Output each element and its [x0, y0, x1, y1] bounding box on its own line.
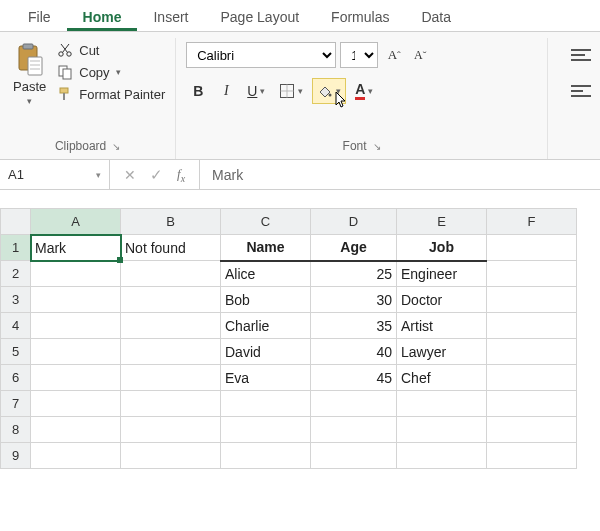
cell-B5[interactable]: [121, 339, 221, 365]
border-button[interactable]: ▾: [274, 78, 308, 104]
row-header-5[interactable]: 5: [1, 339, 31, 365]
cancel-formula-button[interactable]: ✕: [124, 167, 136, 183]
tab-formulas[interactable]: Formulas: [315, 5, 405, 31]
cell-F7[interactable]: [487, 391, 577, 417]
cell-A6[interactable]: [31, 365, 121, 391]
cut-button[interactable]: Cut: [57, 42, 165, 58]
col-header-B[interactable]: B: [121, 209, 221, 235]
cell-F1[interactable]: [487, 235, 577, 261]
fill-color-button[interactable]: ▾: [312, 78, 346, 104]
align-top-button[interactable]: [566, 42, 596, 68]
row-header-2[interactable]: 2: [1, 261, 31, 287]
cell-D3[interactable]: 30: [311, 287, 397, 313]
cell-B2[interactable]: [121, 261, 221, 287]
cell-E7[interactable]: [397, 391, 487, 417]
cell-F2[interactable]: [487, 261, 577, 287]
cell-C1[interactable]: Name: [221, 235, 311, 261]
cell-F9[interactable]: [487, 443, 577, 469]
copy-button[interactable]: Copy ▾: [57, 64, 165, 80]
cell-E8[interactable]: [397, 417, 487, 443]
bold-button[interactable]: B: [186, 78, 210, 104]
cell-B7[interactable]: [121, 391, 221, 417]
align-left-button[interactable]: [566, 78, 596, 104]
cell-A1[interactable]: Mark: [31, 235, 121, 261]
row-header-7[interactable]: 7: [1, 391, 31, 417]
col-header-E[interactable]: E: [397, 209, 487, 235]
cell-E5[interactable]: Lawyer: [397, 339, 487, 365]
cell-D1[interactable]: Age: [311, 235, 397, 261]
name-box[interactable]: A1 ▾: [0, 160, 110, 189]
cell-E9[interactable]: [397, 443, 487, 469]
col-header-D[interactable]: D: [311, 209, 397, 235]
cell-E6[interactable]: Chef: [397, 365, 487, 391]
cell-B9[interactable]: [121, 443, 221, 469]
fx-icon[interactable]: fx: [177, 166, 185, 184]
col-header-C[interactable]: C: [221, 209, 311, 235]
select-all-corner[interactable]: [1, 209, 31, 235]
cell-A7[interactable]: [31, 391, 121, 417]
cell-A2[interactable]: [31, 261, 121, 287]
tab-file[interactable]: File: [12, 5, 67, 31]
dialog-launcher-icon[interactable]: ↘: [112, 141, 120, 152]
cell-A4[interactable]: [31, 313, 121, 339]
cell-B4[interactable]: [121, 313, 221, 339]
paste-button[interactable]: Paste ▾: [10, 38, 49, 111]
cell-A3[interactable]: [31, 287, 121, 313]
cell-F5[interactable]: [487, 339, 577, 365]
col-header-F[interactable]: F: [487, 209, 577, 235]
cell-E4[interactable]: Artist: [397, 313, 487, 339]
dialog-launcher-icon[interactable]: ↘: [373, 141, 381, 152]
cell-B3[interactable]: [121, 287, 221, 313]
formula-input[interactable]: Mark: [200, 167, 255, 183]
cell-B8[interactable]: [121, 417, 221, 443]
decrease-font-button[interactable]: Aˇ: [408, 42, 432, 68]
cell-C2[interactable]: Alice: [221, 261, 311, 287]
cell-B6[interactable]: [121, 365, 221, 391]
cell-B1[interactable]: Not found: [121, 235, 221, 261]
format-painter-button[interactable]: Format Painter: [57, 86, 165, 102]
row-header-9[interactable]: 9: [1, 443, 31, 469]
confirm-formula-button[interactable]: ✓: [150, 166, 163, 184]
row-header-3[interactable]: 3: [1, 287, 31, 313]
cell-E2[interactable]: Engineer: [397, 261, 487, 287]
cell-D9[interactable]: [311, 443, 397, 469]
cell-E3[interactable]: Doctor: [397, 287, 487, 313]
tab-insert[interactable]: Insert: [137, 5, 204, 31]
row-header-1[interactable]: 1: [1, 235, 31, 261]
cell-C8[interactable]: [221, 417, 311, 443]
cell-F4[interactable]: [487, 313, 577, 339]
cell-D8[interactable]: [311, 417, 397, 443]
cell-E1[interactable]: Job: [397, 235, 487, 261]
tab-home[interactable]: Home: [67, 5, 138, 31]
underline-button[interactable]: U▾: [242, 78, 270, 104]
increase-font-button[interactable]: Aˆ: [382, 42, 406, 68]
cell-F6[interactable]: [487, 365, 577, 391]
cell-A9[interactable]: [31, 443, 121, 469]
cell-F8[interactable]: [487, 417, 577, 443]
cell-A8[interactable]: [31, 417, 121, 443]
cell-D6[interactable]: 45: [311, 365, 397, 391]
row-header-6[interactable]: 6: [1, 365, 31, 391]
row-header-4[interactable]: 4: [1, 313, 31, 339]
cell-D4[interactable]: 35: [311, 313, 397, 339]
tab-data[interactable]: Data: [405, 5, 467, 31]
font-color-button[interactable]: A ▾: [350, 78, 378, 104]
cell-A5[interactable]: [31, 339, 121, 365]
italic-button[interactable]: I: [214, 78, 238, 104]
cell-D7[interactable]: [311, 391, 397, 417]
cell-C5[interactable]: David: [221, 339, 311, 365]
font-name-select[interactable]: Calibri: [186, 42, 336, 68]
cell-C4[interactable]: Charlie: [221, 313, 311, 339]
tab-page-layout[interactable]: Page Layout: [204, 5, 315, 31]
cell-F3[interactable]: [487, 287, 577, 313]
format-painter-label: Format Painter: [79, 87, 165, 102]
cell-C7[interactable]: [221, 391, 311, 417]
cell-C6[interactable]: Eva: [221, 365, 311, 391]
col-header-A[interactable]: A: [31, 209, 121, 235]
cell-C3[interactable]: Bob: [221, 287, 311, 313]
font-size-select[interactable]: 11: [340, 42, 378, 68]
cell-C9[interactable]: [221, 443, 311, 469]
cell-D5[interactable]: 40: [311, 339, 397, 365]
row-header-8[interactable]: 8: [1, 417, 31, 443]
cell-D2[interactable]: 25: [311, 261, 397, 287]
